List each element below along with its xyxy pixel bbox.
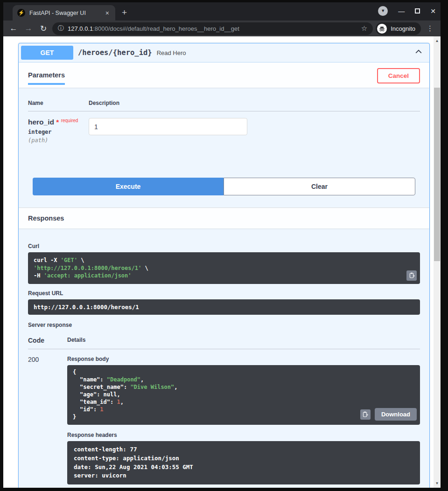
request-url-value: http://127.0.0.1:8000/heroes/1 — [28, 299, 420, 315]
details-header: Details — [67, 337, 420, 344]
tab-strip: ⚡ FastAPI - Swagger UI × + ▼ — ✕ — [3, 2, 441, 21]
documented-responses: Responses Code Description Links 200 No … — [28, 486, 420, 488]
response-headers-label: Response headers — [67, 432, 420, 438]
copy-curl-button[interactable] — [406, 270, 417, 281]
fastapi-favicon-icon: ⚡ — [17, 9, 25, 17]
scroll-up-icon[interactable]: ▲ — [434, 37, 441, 44]
collapse-chevron-icon[interactable] — [414, 48, 423, 58]
incognito-icon — [377, 24, 387, 34]
url-bar[interactable]: ⓘ 127.0.0.1:8000/docs#/default/read_hero… — [52, 22, 373, 35]
scroll-down-icon[interactable]: ▼ — [434, 480, 441, 487]
scrollbar-thumb[interactable] — [434, 88, 440, 261]
url-host: 127.0.0.1 — [68, 25, 93, 32]
execute-button[interactable]: Execute — [33, 178, 224, 195]
download-button[interactable]: Download — [375, 408, 417, 421]
response-body: { "name": "Deadpond", "secret_name": "Di… — [67, 365, 420, 425]
column-header-name: Name — [28, 100, 89, 106]
execute-row: Execute Clear — [19, 165, 429, 207]
browser-toolbar: ← → ↻ ⓘ 127.0.0.1:8000/docs#/default/rea… — [3, 21, 441, 36]
parameter-location: (path) — [28, 137, 89, 144]
opblock-get: GET /heroes/{hero_id} Read Hero Paramete… — [18, 43, 430, 488]
bookmark-star-icon[interactable]: ☆ — [361, 24, 367, 33]
parameter-type: integer — [28, 129, 89, 135]
url-path: :8000/docs#/default/read_hero_heroes__he… — [93, 25, 239, 32]
back-icon[interactable]: ← — [7, 24, 20, 33]
page-scrollbar[interactable]: ▲ ▼ — [434, 36, 441, 488]
response-headers: content-length: 77 content-type: applica… — [67, 441, 420, 484]
page: GET /heroes/{hero_id} Read Hero Paramete… — [3, 36, 441, 488]
parameters-header: Parameters Cancel — [19, 62, 429, 88]
cancel-button[interactable]: Cancel — [377, 68, 420, 83]
server-response-row: 200 Response body { "name": "Deadpond", … — [28, 349, 420, 487]
tab-close-icon[interactable]: × — [104, 9, 111, 17]
server-response-label: Server response — [28, 322, 420, 328]
new-tab-button[interactable]: + — [122, 7, 127, 18]
incognito-badge: Incognito — [376, 22, 421, 35]
tab-parameters[interactable]: Parameters — [28, 71, 65, 85]
browser-tab[interactable]: ⚡ FastAPI - Swagger UI × — [13, 5, 115, 21]
parameters-table: Name Description hero_id * required inte… — [19, 88, 429, 165]
curl-command: curl -X 'GET' \ 'http://127.0.0.1:8000/h… — [28, 252, 420, 284]
opblock-summary[interactable]: GET /heroes/{hero_id} Read Hero — [19, 43, 429, 62]
parameter-name: hero_id * required — [28, 118, 89, 126]
endpoint-summary: Read Hero — [157, 49, 186, 56]
status-code: 200 — [28, 356, 67, 487]
code-header: Code — [28, 337, 67, 344]
maximize-button[interactable] — [415, 8, 420, 14]
required-label: required — [61, 118, 78, 123]
hero-id-input[interactable] — [89, 118, 247, 135]
browser-window: ⚡ FastAPI - Swagger UI × + ▼ — ✕ ← → ↻ ⓘ… — [3, 2, 441, 488]
site-info-icon[interactable]: ⓘ — [58, 24, 64, 33]
browser-menu-icon[interactable]: ⋮ — [424, 24, 436, 33]
clear-button[interactable]: Clear — [224, 178, 415, 195]
responses-title: Responses — [28, 214, 420, 222]
incognito-label: Incognito — [391, 25, 415, 32]
request-url-label: Request URL — [28, 290, 420, 297]
required-star: * — [56, 118, 59, 126]
swagger-content: GET /heroes/{hero_id} Read Hero Paramete… — [3, 36, 434, 488]
responses-section-header: Responses — [19, 207, 429, 228]
tab-title: FastAPI - Swagger UI — [29, 10, 100, 16]
parameter-row: hero_id * required integer (path) — [28, 111, 420, 160]
close-window-button[interactable]: ✕ — [430, 8, 436, 14]
curl-label: Curl — [28, 243, 420, 249]
server-response-table-header: Code Details — [28, 337, 420, 349]
responses-inner: Curl curl -X 'GET' \ 'http://127.0.0.1:8… — [19, 228, 429, 488]
forward-icon[interactable]: → — [22, 24, 35, 33]
method-badge: GET — [21, 46, 73, 60]
url-text: 127.0.0.1:8000/docs#/default/read_hero_h… — [68, 25, 357, 32]
minimize-button[interactable]: — — [398, 8, 405, 14]
tab-search-icon[interactable]: ▼ — [378, 6, 388, 16]
column-header-description: Description — [89, 100, 420, 106]
response-body-label: Response body — [67, 356, 420, 362]
copy-response-button[interactable] — [360, 409, 371, 420]
reload-icon[interactable]: ↻ — [37, 24, 49, 34]
endpoint-path: /heroes/{hero_id} — [78, 48, 152, 57]
